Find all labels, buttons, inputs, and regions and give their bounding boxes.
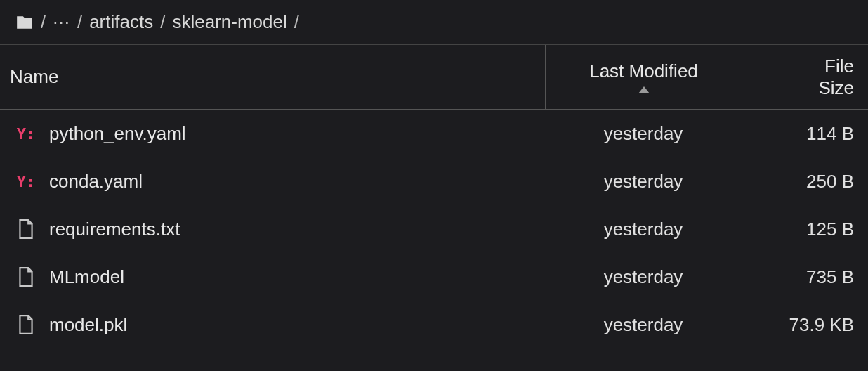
sort-ascending-icon xyxy=(638,86,650,93)
column-header-name-label: Name xyxy=(10,66,58,88)
file-name-cell: MLmodel xyxy=(0,266,545,288)
column-header-modified[interactable]: Last Modified xyxy=(545,45,742,109)
file-name: python_env.yaml xyxy=(49,123,186,145)
file-size: 735 B xyxy=(742,266,868,288)
yaml-file-icon: Y: xyxy=(15,171,37,192)
breadcrumb-sklearn-model[interactable]: sklearn-model xyxy=(172,11,287,33)
file-size: 114 B xyxy=(742,123,868,145)
file-modified: yesterday xyxy=(545,266,742,288)
breadcrumb-separator: / xyxy=(160,11,165,33)
file-size: 73.9 KB xyxy=(742,314,868,336)
file-icon xyxy=(15,219,37,240)
file-modified: yesterday xyxy=(545,171,742,193)
file-modified: yesterday xyxy=(545,314,742,336)
column-header-modified-label: Last Modified xyxy=(589,60,698,82)
column-header-size-label-1: File xyxy=(824,56,854,77)
file-modified: yesterday xyxy=(545,123,742,145)
file-icon xyxy=(15,266,37,287)
file-row[interactable]: requirements.txtyesterday125 B xyxy=(0,205,868,253)
file-name-cell: Y:conda.yaml xyxy=(0,171,545,193)
table-header: Name Last Modified File Size xyxy=(0,45,868,110)
file-name-cell: model.pkl xyxy=(0,314,545,336)
file-row[interactable]: Y:conda.yamlyesterday250 B xyxy=(0,157,868,205)
file-name: model.pkl xyxy=(49,314,127,336)
file-name-cell: requirements.txt xyxy=(0,219,545,240)
yaml-file-icon: Y: xyxy=(15,123,37,144)
file-icon xyxy=(15,314,37,335)
svg-marker-0 xyxy=(638,86,650,93)
file-modified: yesterday xyxy=(545,219,742,240)
breadcrumb-separator: / xyxy=(41,11,46,33)
file-list: Y:python_env.yamlyesterday114 BY:conda.y… xyxy=(0,110,868,349)
column-header-name[interactable]: Name xyxy=(0,45,545,109)
breadcrumb-separator: / xyxy=(77,11,82,33)
file-row[interactable]: Y:python_env.yamlyesterday114 B xyxy=(0,110,868,157)
file-name: MLmodel xyxy=(49,266,124,288)
breadcrumb-separator: / xyxy=(294,11,299,33)
file-size: 125 B xyxy=(742,219,868,240)
file-row[interactable]: MLmodelyesterday735 B xyxy=(0,253,868,301)
file-name: conda.yaml xyxy=(49,171,143,193)
folder-icon xyxy=(15,13,34,32)
column-header-size-label-2: Size xyxy=(818,77,854,99)
file-name: requirements.txt xyxy=(49,219,180,240)
file-size: 250 B xyxy=(742,171,868,193)
breadcrumb-ellipsis[interactable]: ··· xyxy=(53,11,70,33)
breadcrumb-artifacts[interactable]: artifacts xyxy=(89,11,153,33)
file-row[interactable]: model.pklyesterday73.9 KB xyxy=(0,301,868,349)
column-header-size[interactable]: File Size xyxy=(742,45,868,109)
breadcrumb: / ··· / artifacts / sklearn-model / xyxy=(0,0,868,45)
file-name-cell: Y:python_env.yaml xyxy=(0,123,545,145)
